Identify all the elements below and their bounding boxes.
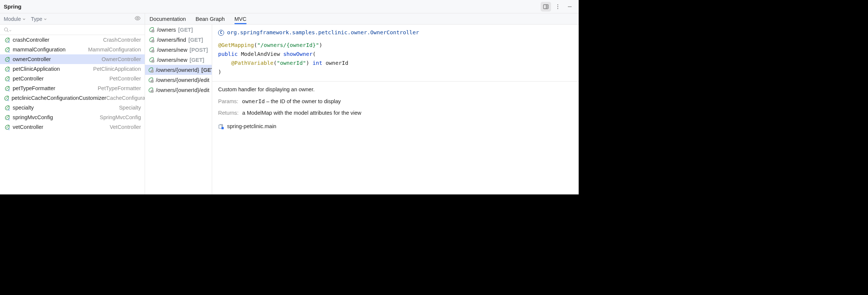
endpoint-row[interactable]: /owners/{ownerId}/edit[GET] <box>145 85 212 95</box>
bean-icon: C <box>4 76 10 82</box>
svg-text:C: C <box>8 79 10 81</box>
bean-type: PetController <box>109 76 141 82</box>
bean-row[interactable]: CspecialtySpecialty <box>0 103 145 112</box>
module-name: spring-petclinic.main <box>227 122 276 131</box>
bean-icon: C <box>4 37 10 43</box>
bean-type: MammalConfiguration <box>88 47 141 53</box>
svg-text:C: C <box>8 108 10 110</box>
endpoint-method: [GET] <box>189 57 204 63</box>
bean-row[interactable]: CpetControllerPetController <box>0 74 145 83</box>
bean-row[interactable]: CspringMvcConfigSpringMvcConfig <box>0 112 145 122</box>
chevron-down-icon <box>44 16 47 22</box>
svg-point-9 <box>137 18 139 19</box>
bean-icon: C <box>4 115 10 120</box>
endpoint-method: [GET] <box>201 67 212 73</box>
bean-icon: C <box>4 57 10 62</box>
bean-row[interactable]: CvetControllerVetController <box>0 122 145 132</box>
svg-text:C: C <box>8 50 10 52</box>
endpoint-row[interactable]: /owners/new[GET] <box>145 55 212 65</box>
more-vertical-icon <box>555 4 561 10</box>
module-row[interactable]: spring-petclinic.main <box>218 122 573 131</box>
bean-list[interactable]: CcrashControllerCrashControllerCmammalCo… <box>0 35 145 194</box>
more-menu-button[interactable] <box>553 2 563 12</box>
bean-icon: C <box>4 124 10 130</box>
svg-text:C: C <box>7 98 9 101</box>
bean-type: Specialty <box>119 105 141 111</box>
detail-tabs: DocumentationBean GraphMVC <box>145 13 579 25</box>
tab-mvc[interactable]: MVC <box>235 13 246 24</box>
svg-text:C: C <box>8 40 10 42</box>
endpoint-row[interactable]: /owners/find[GET] <box>145 35 212 45</box>
svg-text:C: C <box>8 60 10 62</box>
bean-type: SpringMvcConfig <box>100 114 141 120</box>
bean-icon: C <box>4 105 10 111</box>
endpoint-row[interactable]: /owners/new[POST] <box>145 45 212 55</box>
endpoint-path: /owners/{ownerId}/edit <box>156 77 209 83</box>
title-bar: Spring <box>0 0 579 13</box>
bean-row[interactable]: CpetTypeFormatterPetTypeFormatter <box>0 83 145 93</box>
module-filter[interactable]: Module <box>4 16 26 22</box>
bean-icon: C <box>4 95 9 101</box>
class-header[interactable]: C org.springframework.samples.petclinic.… <box>218 28 573 37</box>
tab-documentation[interactable]: Documentation <box>150 13 186 24</box>
bean-name: specialty <box>13 105 34 111</box>
svg-text:C: C <box>8 118 10 120</box>
type-filter-label: Type <box>31 16 42 22</box>
module-filter-label: Module <box>4 16 21 22</box>
details-panel: C org.springframework.samples.petclinic.… <box>212 25 579 194</box>
bean-icon: C <box>4 86 10 91</box>
svg-point-6 <box>557 6 558 7</box>
minimize-button[interactable] <box>564 2 575 12</box>
endpoint-method: [POST] <box>211 77 212 83</box>
bean-icon: C <box>4 66 10 72</box>
endpoint-path: /owners <box>157 27 176 33</box>
bean-name: crashController <box>13 37 49 43</box>
visibility-options-button[interactable] <box>134 15 141 23</box>
bean-name: ownerController <box>13 56 51 62</box>
bean-row[interactable]: CownerControllerOwnerController <box>0 54 145 64</box>
endpoint-path: /owners/find <box>157 37 186 43</box>
module-icon <box>218 124 224 130</box>
bean-type: VetController <box>110 124 141 130</box>
bean-name: petTypeFormatter <box>13 85 55 91</box>
endpoint-row[interactable]: /owners[GET] <box>145 25 212 35</box>
svg-point-7 <box>557 8 558 9</box>
svg-text:C: C <box>8 89 10 91</box>
bean-row[interactable]: CpetclinicCacheConfigurationCustomizerCa… <box>0 93 145 103</box>
bean-name: petClinicApplication <box>13 66 60 72</box>
endpoint-path: /owners/new <box>157 57 187 63</box>
endpoint-list[interactable]: /owners[GET]/owners/find[GET]/owners/new… <box>145 25 212 194</box>
bean-row[interactable]: CpetClinicApplicationPetClinicApplicatio… <box>0 64 145 74</box>
details-toggle-button[interactable] <box>541 2 551 12</box>
bean-name: petclinicCacheConfigurationCustomizer <box>12 95 106 101</box>
endpoint-row[interactable]: /owners/{ownerId}/edit[POST] <box>145 75 212 85</box>
svg-text:C: C <box>8 127 10 130</box>
endpoint-path: /owners/{ownerId}/edit <box>156 87 209 93</box>
endpoint-method: [POST] <box>189 47 208 53</box>
bean-row[interactable]: CmammalConfigurationMammalConfiguration <box>0 45 145 54</box>
method-signature: @GetMapping("/owners/{ownerId}") public … <box>218 41 573 77</box>
tab-bean-graph[interactable]: Bean Graph <box>196 13 225 24</box>
web-endpoint-icon <box>148 47 155 53</box>
params-row: Params: ownerId – the ID of the owner to… <box>218 97 573 106</box>
endpoint-path: /owners/new <box>157 47 187 53</box>
panel-title: Spring <box>4 3 22 10</box>
endpoint-row[interactable]: /owners/{ownerId}[GET] <box>145 65 212 75</box>
svg-rect-43 <box>221 127 224 129</box>
search-row[interactable]: ⌄ <box>0 25 145 35</box>
endpoint-path: /owners/{ownerId} <box>156 67 199 73</box>
bean-row[interactable]: CcrashControllerCrashController <box>0 35 145 45</box>
chevron-down-icon <box>22 16 26 22</box>
endpoint-method: [GET] <box>178 27 193 33</box>
bean-type: CrashController <box>103 37 141 43</box>
bean-name: petController <box>13 76 44 82</box>
class-fqcn: org.springframework.samples.petclinic.ow… <box>227 28 419 37</box>
web-endpoint-icon <box>148 77 154 83</box>
bean-icon: C <box>4 47 10 53</box>
type-filter[interactable]: Type <box>31 16 47 22</box>
bean-name: mammalConfiguration <box>13 47 66 53</box>
web-endpoint-icon <box>148 37 155 42</box>
endpoint-method: [GET] <box>211 87 212 93</box>
bean-type: OwnerController <box>101 56 141 62</box>
eye-icon <box>134 15 141 22</box>
